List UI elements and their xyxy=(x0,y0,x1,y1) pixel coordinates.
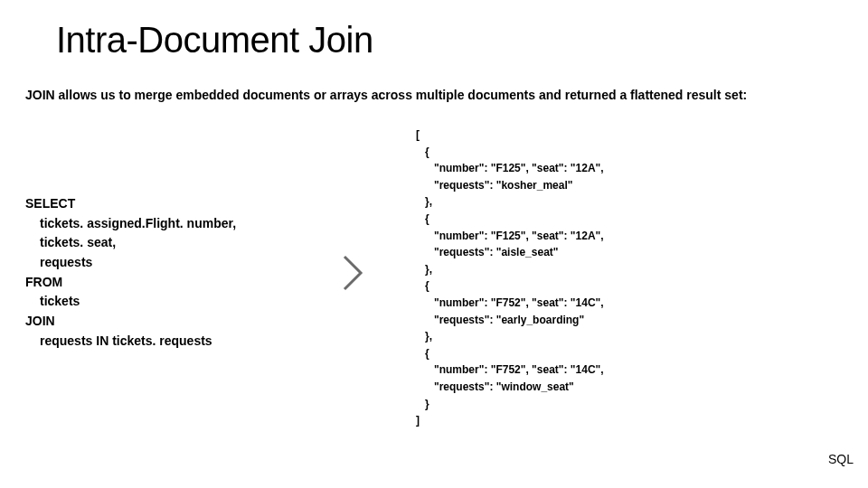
json-output: [ { "number": "F125", "seat": "12A", "re… xyxy=(416,127,604,429)
sql-label: SQL xyxy=(828,452,854,466)
sql-from: FROM xyxy=(25,275,62,289)
sql-line: requests xyxy=(25,253,236,273)
chevron-right-icon xyxy=(341,253,366,293)
sql-line: tickets xyxy=(25,292,236,312)
sql-query: SELECT tickets. assigned.Flight. number,… xyxy=(25,194,236,352)
sql-line: tickets. assigned.Flight. number, xyxy=(25,214,236,234)
sql-line: tickets. seat, xyxy=(25,233,236,253)
sql-select: SELECT xyxy=(25,196,75,211)
sql-join: JOIN xyxy=(25,314,55,328)
intro-text: JOIN allows us to merge embedded documen… xyxy=(25,87,839,104)
slide-title: Intra-Document Join xyxy=(56,20,373,61)
sql-line: requests IN tickets. requests xyxy=(25,332,236,352)
